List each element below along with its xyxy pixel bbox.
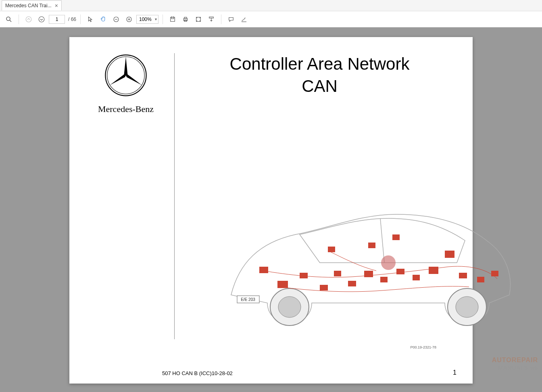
title-line1: Controller Area Network — [230, 54, 410, 73]
page-count: / 66 — [68, 17, 76, 22]
svg-rect-41 — [368, 243, 375, 248]
pdf-page: Mercedes-Benz Controller Area Network CA… — [69, 37, 473, 384]
fit-page-button[interactable] — [193, 14, 204, 25]
svg-rect-9 — [171, 17, 175, 21]
svg-line-24 — [380, 218, 384, 263]
svg-rect-28 — [320, 285, 328, 290]
plus-icon — [125, 16, 133, 23]
search-button[interactable] — [3, 14, 15, 25]
separator — [163, 15, 163, 24]
down-arrow-icon — [38, 16, 45, 23]
watermark-line2: MANUALS.ws — [498, 365, 538, 371]
page-input[interactable] — [49, 15, 65, 24]
tab-title: Mercedes CAN Trai... — [5, 3, 52, 8]
svg-rect-27 — [300, 273, 308, 278]
svg-rect-40 — [328, 247, 335, 252]
svg-rect-12 — [184, 17, 187, 18]
footer-left: 507 HO CAN B (ICC)10-28-02 — [162, 370, 233, 376]
document-viewer[interactable]: Mercedes-Benz Controller Area Network CA… — [0, 27, 542, 392]
svg-rect-39 — [491, 271, 498, 276]
title-line2: CAN — [302, 77, 338, 95]
brand-column: Mercedes-Benz — [85, 49, 166, 371]
zoom-in-button[interactable] — [123, 14, 135, 25]
up-arrow-icon — [25, 16, 32, 23]
toolbar: / 66 100% — [0, 11, 542, 27]
prev-page-button[interactable] — [23, 14, 34, 25]
svg-rect-29 — [334, 271, 341, 276]
hand-icon — [100, 16, 107, 23]
svg-rect-36 — [445, 251, 454, 258]
svg-rect-31 — [364, 271, 373, 277]
select-tool-button[interactable] — [85, 14, 96, 25]
svg-rect-32 — [380, 277, 388, 282]
reflow-icon — [208, 16, 215, 23]
svg-rect-10 — [171, 17, 174, 19]
svg-point-2 — [26, 17, 31, 22]
pointer-icon — [87, 16, 94, 23]
svg-rect-38 — [477, 277, 484, 282]
brand-name: Mercedes-Benz — [85, 104, 166, 114]
svg-point-21 — [278, 297, 301, 317]
svg-rect-42 — [392, 234, 400, 240]
comment-icon — [227, 16, 235, 23]
print-icon — [182, 16, 189, 23]
print-button[interactable] — [180, 14, 191, 25]
zoom-select[interactable]: 100% — [136, 15, 158, 24]
zoom-out-button[interactable] — [110, 14, 122, 25]
separator — [80, 15, 81, 24]
separator — [221, 15, 221, 24]
vertical-divider — [174, 53, 175, 339]
svg-rect-30 — [348, 281, 356, 286]
image-code: P00.19-2321-78 — [410, 345, 436, 349]
svg-rect-34 — [413, 275, 420, 280]
svg-point-23 — [456, 297, 478, 317]
tab-bar: Mercedes CAN Trai... × — [0, 0, 542, 11]
sign-button[interactable] — [238, 14, 250, 25]
save-icon — [169, 16, 176, 23]
search-icon — [5, 16, 13, 23]
car-diagram: E/E 203 — [207, 190, 521, 343]
svg-rect-25 — [259, 267, 268, 273]
separator — [19, 15, 19, 24]
save-button[interactable] — [167, 14, 178, 25]
svg-rect-37 — [459, 273, 467, 278]
document-title: Controller Area Network CAN — [191, 53, 448, 97]
license-text: E/E 203 — [241, 297, 255, 302]
hand-tool-button[interactable] — [98, 14, 109, 25]
next-page-button[interactable] — [36, 14, 47, 25]
svg-point-43 — [381, 255, 396, 270]
document-tab[interactable]: Mercedes CAN Trai... × — [2, 0, 62, 10]
page-number: 1 — [453, 369, 457, 376]
zoom-select-wrap: 100% — [136, 15, 158, 24]
content-column: Controller Area Network CAN — [183, 49, 457, 371]
comment-button[interactable] — [225, 14, 237, 25]
svg-point-3 — [39, 17, 44, 22]
svg-rect-15 — [209, 17, 214, 18]
svg-line-1 — [10, 20, 11, 22]
fit-icon — [195, 16, 202, 23]
reflow-button[interactable] — [206, 14, 217, 25]
svg-rect-35 — [429, 267, 438, 274]
close-tab-icon[interactable]: × — [55, 2, 58, 9]
svg-point-0 — [6, 17, 10, 21]
watermark-line1: AUTOREPAIR — [492, 357, 538, 364]
pen-icon — [240, 16, 248, 23]
minus-icon — [113, 16, 120, 23]
svg-rect-26 — [277, 281, 288, 288]
mercedes-logo-icon — [104, 53, 148, 97]
svg-rect-33 — [396, 269, 404, 274]
